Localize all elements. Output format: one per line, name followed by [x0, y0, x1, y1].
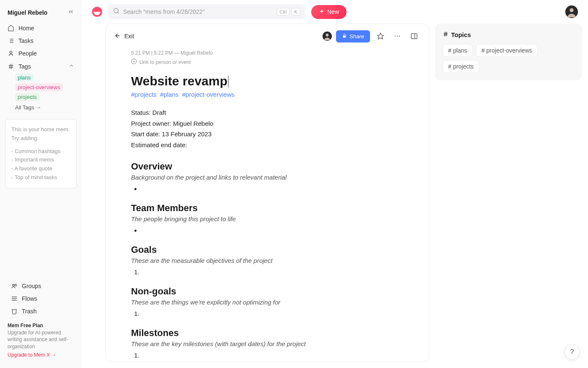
nav-tags[interactable]: Tags: [3, 60, 79, 73]
doc-section[interactable]: MilestonesThese are the key milestones (…: [131, 328, 404, 360]
lock-icon: [342, 33, 347, 40]
new-button[interactable]: New: [311, 5, 346, 19]
upgrade-text: Upgrade for AI-powered writing assistanc…: [8, 329, 74, 350]
link-person-label: Link to person or event: [139, 59, 191, 65]
exit-label: Exit: [124, 33, 134, 40]
search-container[interactable]: Ctrl K: [108, 4, 305, 19]
exit-button[interactable]: Exit: [114, 32, 134, 40]
list-item[interactable]: [141, 185, 404, 193]
svg-line-9: [10, 64, 10, 69]
top-bar: Ctrl K New: [82, 0, 588, 24]
doc-info[interactable]: Status: Draft Project owner: Miguel Rebe…: [131, 107, 404, 150]
section-subtitle: These are the key milestones (with targe…: [131, 340, 404, 347]
doc-tags: #projects #plans #project-overviews: [131, 91, 404, 98]
section-list[interactable]: [131, 227, 404, 235]
doc-section[interactable]: Team MembersThe people bringing this pro…: [131, 203, 404, 235]
section-list[interactable]: [131, 268, 404, 277]
arrow-left-icon: [114, 32, 121, 40]
doc-section[interactable]: Non-goalsThese are the things we're expl…: [131, 286, 404, 318]
topic-pill[interactable]: # projects: [443, 60, 479, 73]
section-subtitle: These are the things we're explicitly no…: [131, 299, 404, 306]
nav-people-label: People: [18, 50, 37, 57]
section-subtitle: The people bringing this project to life: [131, 215, 404, 222]
svg-point-21: [326, 34, 329, 37]
doc-section[interactable]: OverviewBackground on the project and li…: [131, 161, 404, 193]
upgrade-link[interactable]: Upgrade to Mem X →: [8, 352, 74, 358]
doc-card: Exit Share 5:21 PM | 5:22 PM — Mig: [105, 24, 429, 362]
doc-tag-1[interactable]: #plans: [160, 91, 178, 98]
list-item[interactable]: [141, 268, 404, 277]
doc-title[interactable]: Website revamp: [131, 74, 228, 88]
plus-icon: [319, 8, 325, 16]
topic-pills: # plans# project-overviews# projects: [443, 44, 575, 73]
search-input[interactable]: [123, 8, 273, 15]
topic-pill[interactable]: # project-overviews: [476, 44, 538, 57]
nav-flows[interactable]: Flows: [7, 292, 75, 305]
section-subtitle: Background on the project and links to r…: [131, 174, 404, 181]
home-mem-item-3: - Top of mind tasks: [11, 173, 71, 182]
main: Ctrl K New Exit: [82, 0, 588, 368]
list-item[interactable]: [141, 310, 404, 318]
topics-title: Topics: [443, 31, 575, 38]
share-button[interactable]: Share: [336, 30, 370, 42]
list-item[interactable]: [141, 352, 404, 360]
sidebar: Miguel Rebelo Home Tasks People Tags: [0, 0, 82, 368]
home-mem-intro: This is your home mem. Try adding:: [11, 125, 71, 143]
doc-section[interactable]: GoalsThese are the measurable objectives…: [131, 244, 404, 277]
hash-icon: #: [448, 47, 452, 54]
help-button[interactable]: ?: [564, 344, 580, 360]
topics-title-label: Topics: [451, 31, 471, 38]
chevron-up-icon: [68, 63, 74, 70]
nav-home[interactable]: Home: [3, 22, 79, 34]
help-icon: ?: [570, 348, 574, 356]
kbd-ctrl: Ctrl: [277, 8, 290, 16]
nav-groups-label: Groups: [22, 283, 41, 289]
section-list[interactable]: [131, 310, 404, 318]
doc-tag-2[interactable]: #project-overviews: [182, 91, 234, 98]
home-mem-item-2: - A favorite quote: [11, 164, 71, 173]
tag-item-projects[interactable]: projects: [3, 92, 79, 102]
doc-avatar[interactable]: [323, 32, 332, 41]
doc-body[interactable]: 5:21 PM | 5:22 PM — Miguel Rebelo Link t…: [106, 48, 429, 362]
doc-toolbar: Exit Share: [106, 24, 429, 48]
section-list[interactable]: [131, 352, 404, 360]
tag-item-project-overviews[interactable]: project-overviews: [3, 82, 79, 92]
more-button[interactable]: [391, 30, 404, 42]
topic-pill[interactable]: # plans: [443, 44, 472, 57]
tasks-icon: [8, 37, 14, 44]
all-tags-link[interactable]: All Tags →: [3, 102, 79, 113]
list-item[interactable]: [141, 227, 404, 235]
tag-item-plans[interactable]: plans: [3, 73, 79, 82]
flows-icon: [11, 295, 18, 302]
home-mem-item-0: - Common hashtags: [11, 147, 71, 156]
nav-trash[interactable]: Trash: [7, 305, 75, 318]
nav-tasks[interactable]: Tasks: [3, 34, 79, 47]
nav-groups[interactable]: Groups: [7, 280, 75, 292]
collapse-icon[interactable]: [68, 8, 74, 17]
brand-logo-icon[interactable]: [92, 7, 102, 17]
nav-tags-label: Tags: [18, 63, 31, 70]
kbd-k: K: [291, 8, 300, 16]
section-heading: Team Members: [131, 203, 404, 214]
upgrade-title: Mem Free Plan: [8, 323, 74, 328]
svg-rect-22: [343, 35, 346, 37]
svg-point-12: [15, 284, 16, 286]
user-avatar[interactable]: [565, 5, 578, 18]
svg-point-24: [395, 36, 396, 37]
hash-icon: #: [448, 63, 452, 70]
svg-marker-23: [378, 33, 384, 39]
groups-icon: [11, 283, 18, 289]
panel-button[interactable]: [408, 30, 420, 42]
svg-point-13: [114, 8, 118, 13]
trash-icon: [11, 308, 18, 315]
link-person-button[interactable]: Link to person or event: [131, 58, 404, 66]
nav-people[interactable]: People: [3, 47, 79, 60]
share-label: Share: [349, 33, 364, 40]
section-list[interactable]: [131, 185, 404, 193]
nav-trash-label: Trash: [22, 308, 37, 315]
topics-panel: Topics # plans# project-overviews# proje…: [435, 24, 582, 80]
star-button[interactable]: [374, 30, 387, 42]
svg-point-25: [397, 36, 398, 37]
doc-tag-0[interactable]: #projects: [131, 91, 157, 98]
svg-line-35: [446, 32, 446, 37]
